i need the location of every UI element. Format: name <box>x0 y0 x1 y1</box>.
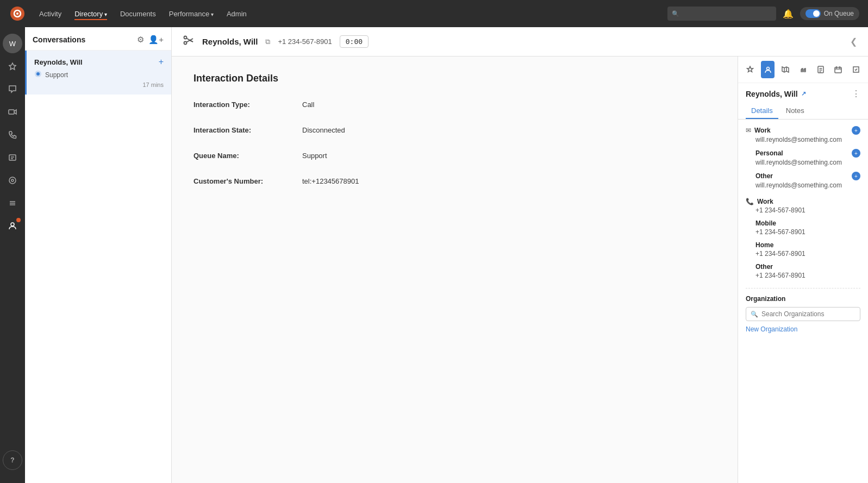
nav-performance[interactable]: Performance <box>169 8 214 20</box>
svg-marker-3 <box>9 63 16 70</box>
detail-row-customer-number: Customer's Number: tel:+12345678901 <box>193 177 716 185</box>
email-work-label: Work <box>754 127 771 134</box>
detail-label-queue: Queue Name: <box>193 152 302 160</box>
nav-activity[interactable]: Activity <box>39 8 61 20</box>
call-timer: 0:00 <box>340 35 369 48</box>
organization-search-box: 🔍 <box>746 307 860 321</box>
conversations-title: Conversations <box>33 35 85 44</box>
phone-work-group: 📞 Work +1 234-567-8901 <box>746 198 860 214</box>
detail-row-type: Interaction Type: Call <box>193 101 716 109</box>
conversation-tag-icon <box>34 70 42 79</box>
panel-details-content: ✉ Work + will.reynolds@something.com Per… <box>738 120 868 483</box>
detail-value-customer-number: tel:+12345678901 <box>302 177 359 185</box>
email-icon: ✉ <box>746 127 751 134</box>
email-work-add-button[interactable]: + <box>852 126 860 135</box>
detail-label-state: Interaction State: <box>193 126 302 134</box>
conversation-add-icon[interactable]: + <box>159 57 164 67</box>
panel-task-icon[interactable] <box>850 61 863 78</box>
tab-details[interactable]: Details <box>746 102 778 119</box>
icon-sidebar: W ? <box>0 27 25 483</box>
collapse-panel-icon[interactable]: ❮ <box>850 36 857 47</box>
phone-icon: 📞 <box>746 198 754 205</box>
sidebar-avatar[interactable]: W <box>3 34 22 53</box>
organization-search-input[interactable] <box>761 310 855 318</box>
svg-point-2 <box>16 12 18 15</box>
svg-point-17 <box>184 42 187 45</box>
contacts-badge <box>16 218 21 222</box>
global-search-wrapper <box>667 7 776 21</box>
detail-value-type: Call <box>302 101 314 109</box>
svg-point-9 <box>11 179 14 181</box>
email-other-group: Other + will.reynolds@something.com <box>746 172 860 189</box>
contact-menu-icon[interactable]: ⋮ <box>852 89 860 99</box>
org-search-icon: 🔍 <box>751 311 758 318</box>
email-work-group: ✉ Work + will.reynolds@something.com <box>746 126 860 143</box>
global-search-input[interactable] <box>667 7 776 21</box>
toolbar-phone: +1 234-567-8901 <box>278 37 332 46</box>
svg-point-8 <box>9 177 16 184</box>
email-other-label: Other <box>755 172 773 180</box>
svg-rect-4 <box>9 110 14 114</box>
notification-bell-icon[interactable]: 🔔 <box>783 9 794 19</box>
nav-directory[interactable]: Directory <box>74 8 107 20</box>
sidebar-routing-icon[interactable] <box>3 171 22 190</box>
external-link-icon[interactable]: ↗ <box>801 90 806 97</box>
email-personal-group: Personal + will.reynolds@something.com <box>746 149 860 166</box>
conversations-settings-icon[interactable]: ⚙ <box>137 35 144 45</box>
interaction-toolbar: Reynolds, Will ⧉ +1 234-567-8901 0:00 ❮ <box>172 27 868 57</box>
topnav: Activity Directory Documents Performance… <box>0 0 868 27</box>
phone-other-group: Other +1 234-567-8901 <box>746 263 860 279</box>
detail-label-type: Interaction Type: <box>193 101 302 109</box>
svg-point-13 <box>11 223 14 226</box>
sidebar-contacts-icon[interactable] <box>3 216 22 236</box>
detail-row-queue: Queue Name: Support <box>193 152 716 160</box>
sidebar-list-icon[interactable] <box>3 193 22 213</box>
right-panel-contact-header: Reynolds, Will ↗ ⋮ <box>738 83 868 102</box>
logo[interactable] <box>9 5 26 22</box>
details-title: Interaction Details <box>193 73 716 84</box>
phone-work-label: Work <box>757 198 773 205</box>
sidebar-chat-icon[interactable] <box>3 79 22 99</box>
email-other-add-button[interactable]: + <box>852 172 860 180</box>
detail-label-customer-number: Customer's Number: <box>193 177 302 185</box>
sidebar-favorites-icon[interactable] <box>3 57 22 76</box>
panel-notes-icon[interactable] <box>814 61 827 78</box>
email-personal-add-button[interactable]: + <box>852 149 860 158</box>
new-organization-link[interactable]: New Organization <box>746 325 797 333</box>
sidebar-tasks-icon[interactable] <box>3 148 22 167</box>
right-panel-toolbar <box>738 57 868 83</box>
phone-home-group: Home +1 234-567-8901 <box>746 241 860 258</box>
panel-calendar-icon[interactable] <box>832 61 845 78</box>
tab-notes[interactable]: Notes <box>780 102 810 119</box>
phone-work-value: +1 234-567-8901 <box>755 206 860 214</box>
phone-mobile-group: Mobile +1 234-567-8901 <box>746 219 860 236</box>
sidebar-help-icon[interactable]: ? <box>3 450 22 470</box>
nav-admin[interactable]: Admin <box>227 8 247 20</box>
nav-documents[interactable]: Documents <box>120 8 156 20</box>
conversation-item[interactable]: Reynolds, Will + Support 17 mins <box>25 51 171 95</box>
panel-tabs: Details Notes <box>738 102 868 120</box>
conversations-header: Conversations ⚙ 👤+ <box>25 27 171 51</box>
panel-contact-icon[interactable] <box>761 61 774 78</box>
email-work-value: will.reynolds@something.com <box>755 136 860 143</box>
right-panel: Reynolds, Will ↗ ⋮ Details Notes ✉ <box>738 57 868 483</box>
svg-point-16 <box>184 36 187 39</box>
sidebar-video-icon[interactable] <box>3 102 22 122</box>
phone-other-value: +1 234-567-8901 <box>755 272 860 279</box>
panel-action-icon[interactable] <box>744 61 757 78</box>
svg-point-15 <box>36 72 40 76</box>
detail-row-state: Interaction State: Disconnected <box>193 126 716 134</box>
email-section: ✉ Work + will.reynolds@something.com Per… <box>746 126 860 189</box>
section-divider <box>746 288 860 288</box>
svg-rect-5 <box>9 155 16 160</box>
conversation-time: 17 mins <box>34 81 164 88</box>
conversations-add-icon[interactable]: 👤+ <box>148 35 164 45</box>
panel-quote-icon[interactable] <box>796 61 809 78</box>
interaction-details-panel: Interaction Details Interaction Type: Ca… <box>172 57 738 483</box>
panel-map-icon[interactable] <box>779 61 792 78</box>
sidebar-calls-icon[interactable] <box>3 125 22 145</box>
call-scissors-icon <box>183 34 195 49</box>
copy-icon[interactable]: ⧉ <box>265 37 270 46</box>
on-queue-toggle[interactable]: On Queue <box>800 7 859 20</box>
organization-label: Organization <box>746 295 860 303</box>
